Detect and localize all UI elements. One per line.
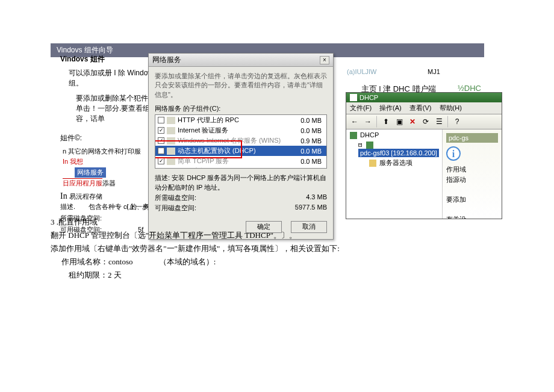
dhcp-tree[interactable]: DHCP ⊟ pdc-gsf03 [192.168.0.200] 服务器选项 bbox=[346, 129, 443, 219]
tree-leaf-wrap: 服务器选项 bbox=[358, 158, 441, 167]
half-dhc-label: ½DHC bbox=[458, 84, 481, 93]
close-icon[interactable]: × bbox=[320, 56, 329, 64]
dhcp-console: DHCP 文件(F) 操作(A) 查看(V) 帮助(H) ← → ⬆ ▣ ✕ ⟳… bbox=[346, 92, 502, 219]
component-icon bbox=[167, 158, 175, 165]
subcomponent-row[interactable]: ✓动态主机配置协议 (DHCP)0.0 MB bbox=[155, 146, 326, 156]
checkbox[interactable] bbox=[158, 117, 164, 123]
doc-line-1: 翻开 DHCP 管理控制台〔选"开始菜单丅程序一管理工具 TDHCP"。〕。 bbox=[51, 229, 340, 242]
dhcp-content: DHCP ⊟ pdc-gsf03 [192.168.0.200] 服务器选项 p… bbox=[346, 129, 502, 219]
component-icon bbox=[167, 148, 175, 155]
separator bbox=[447, 116, 449, 128]
row-label: HTTP 代理上的 RPC bbox=[178, 116, 294, 125]
menu-action[interactable]: 操作(A) bbox=[379, 104, 402, 111]
row-label: Internet 验证服务 bbox=[178, 126, 294, 135]
dhcp-root-icon bbox=[350, 132, 357, 139]
dhcp-right-pane: pdc-gs i 作用域 指源动 要添加 有关设 bbox=[443, 129, 502, 219]
document-body: 3 .配置作用域 翻开 DHCP 管理控制台〔选"开始菜单丅程序一管理工具 TD… bbox=[51, 216, 340, 282]
dialog-title: 网络服务 bbox=[152, 55, 181, 65]
row-size: 0.0 MB bbox=[294, 127, 324, 134]
checkbox[interactable]: ✓ bbox=[158, 137, 164, 144]
network-services-dialog: 网络服务 × 要添加或量除某个组件，请单击旁边的复选框。灰色框表示只会安装该组件… bbox=[148, 53, 334, 240]
ln-prefix: In bbox=[60, 191, 67, 201]
component-icon bbox=[167, 127, 175, 134]
list-icon[interactable]: ☰ bbox=[433, 116, 445, 128]
row-size: 1.6 MB bbox=[294, 168, 324, 169]
refresh-icon[interactable]: ⟳ bbox=[420, 116, 432, 128]
dialog-disk-available: 可用磁盘空间:5977.5 MB bbox=[155, 204, 327, 213]
subcomponent-row[interactable]: ✓Internet 验证服务0.0 MB bbox=[155, 125, 326, 135]
dhcp-titlebar: DHCP bbox=[346, 93, 502, 102]
dialog-titlebar: 网络服务 × bbox=[149, 54, 333, 67]
info-icon: i bbox=[446, 146, 461, 161]
up-icon[interactable]: ⬆ bbox=[380, 116, 392, 128]
row-label: Windows Internet 名称服务 (WINS) bbox=[178, 136, 294, 145]
subcomponent-row[interactable]: ✓Windows Internet 名称服务 (WINS)0.9 MB bbox=[155, 135, 326, 146]
right-pane-title: pdc-gs bbox=[446, 133, 498, 143]
server-icon bbox=[366, 142, 373, 149]
step-3-heading: 3 .配置作用域 bbox=[51, 216, 340, 229]
subcomponent-row[interactable]: HTTP 代理上的 RPC0.0 MB bbox=[155, 115, 326, 125]
checkbox[interactable]: ✓ bbox=[158, 158, 164, 164]
row-size: 0.0 MB bbox=[294, 148, 324, 155]
row-size: 0.9 MB bbox=[294, 137, 324, 145]
subcomponents-label: 网络服务 的子组件(C): bbox=[155, 104, 327, 113]
ref-label-2: MJ1 bbox=[428, 68, 440, 75]
dialog-disk-required: 所需磁盘空间:4.3 MB bbox=[155, 193, 327, 202]
component-icon bbox=[167, 137, 175, 145]
checkbox[interactable]: ✓ bbox=[158, 168, 164, 169]
subcomponent-row[interactable]: ✓简单 TCP/IP 服务0.0 MB bbox=[155, 156, 326, 166]
ref-label-1: (a)IULJIW bbox=[347, 68, 377, 75]
dhcp-toolbar: ← → ⬆ ▣ ✕ ⟳ ☰ ? bbox=[346, 114, 502, 129]
row-size: 0.0 MB bbox=[294, 158, 324, 165]
props-icon[interactable]: ▣ bbox=[393, 116, 405, 128]
ln-text: 易沅程存储 bbox=[69, 193, 102, 200]
dhcp-menubar: 文件(F) 操作(A) 查看(V) 帮助(H) bbox=[346, 102, 502, 114]
checkbox[interactable]: ✓ bbox=[158, 127, 164, 134]
separator bbox=[376, 116, 378, 128]
menu-view[interactable]: 查看(V) bbox=[409, 104, 432, 111]
tree-server[interactable]: pdc-gsf03 [192.168.0.200] bbox=[358, 149, 439, 157]
tree-leaf[interactable]: 服务器选项 bbox=[379, 159, 412, 166]
delete-icon[interactable]: ✕ bbox=[406, 116, 419, 128]
scope-name-line: 作用域名称：contoso （本域的域名）: bbox=[51, 255, 340, 269]
dialog-intro: 要添加或量除某个组件，请单击旁边的复选框。灰色框表示只会安装该组件的一部分。要查… bbox=[155, 72, 327, 99]
dhcp-title: DHCP bbox=[359, 94, 378, 101]
tree-root[interactable]: DHCP bbox=[347, 131, 441, 140]
help-icon[interactable]: ? bbox=[451, 116, 463, 128]
row-label: 域名系统(DNS) bbox=[178, 167, 294, 169]
menu-file[interactable]: 文件(F) bbox=[350, 104, 372, 111]
red-prefix: 日应用程月服 bbox=[63, 178, 102, 187]
subcomponent-list[interactable]: HTTP 代理上的 RPC0.0 MB✓Internet 验证服务0.0 MB✓… bbox=[155, 114, 327, 169]
doc-line-2: 添加作用域〔右键单击"效劳器名"一"新建作用域"，填写各项属性〕，相关设置如下: bbox=[51, 242, 340, 255]
forward-icon[interactable]: → bbox=[362, 116, 374, 128]
folder-icon bbox=[369, 160, 376, 167]
lease-line: 租约期限：2 天 bbox=[51, 269, 340, 282]
info-text: 作用域 指源动 要添加 有关设 bbox=[446, 164, 498, 219]
row-label: 动态主机配置协议 (DHCP) bbox=[178, 146, 294, 155]
back-icon[interactable]: ← bbox=[349, 116, 361, 128]
row-size: 0.0 MB bbox=[294, 117, 324, 124]
dialog-description: 描述: 安装 DHCP 服务器为同一个网络上的客户端计算机自动分配临时的 IP … bbox=[155, 173, 327, 192]
tree-server-wrap: ⊟ pdc-gsf03 [192.168.0.200] 服务器选项 bbox=[347, 141, 441, 167]
component-icon bbox=[167, 117, 175, 124]
subcomponent-row[interactable]: ✓域名系统(DNS)1.6 MB bbox=[155, 166, 326, 169]
component-icon bbox=[167, 168, 175, 169]
row-label: 简单 TCP/IP 服务 bbox=[178, 157, 294, 166]
dhcp-app-icon bbox=[350, 94, 357, 101]
menu-help[interactable]: 帮助(H) bbox=[440, 104, 462, 111]
checkbox[interactable]: ✓ bbox=[158, 148, 164, 154]
network-services-item[interactable]: 网络服务 bbox=[75, 167, 106, 178]
